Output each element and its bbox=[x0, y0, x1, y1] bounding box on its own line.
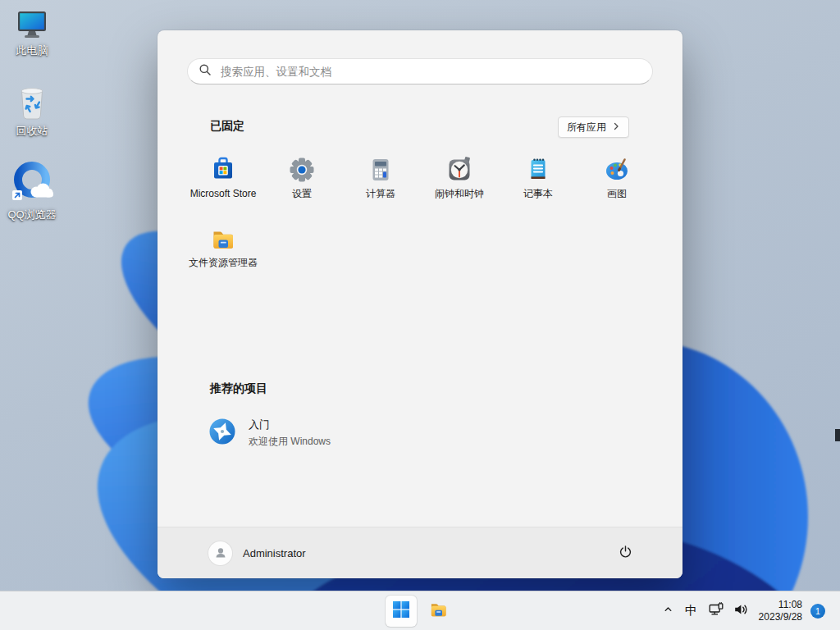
user-account-button[interactable]: Administrator bbox=[208, 541, 306, 565]
start-menu-user-bar: Administrator bbox=[158, 527, 682, 578]
notification-badge[interactable]: 1 bbox=[810, 604, 825, 619]
app-label: 计算器 bbox=[366, 189, 395, 200]
notepad-icon bbox=[523, 155, 553, 185]
network-button[interactable] bbox=[705, 596, 728, 626]
desktop-icon-recycle-bin[interactable]: 回收站 bbox=[0, 84, 64, 138]
clock-date: 2023/9/28 bbox=[759, 611, 802, 623]
all-apps-label: 所有应用 bbox=[567, 121, 606, 135]
search-box[interactable] bbox=[187, 58, 653, 84]
recommended-item-get-started[interactable]: 入门 欢迎使用 Windows bbox=[200, 413, 339, 454]
paint-palette-icon bbox=[602, 155, 632, 185]
app-label: 画图 bbox=[607, 189, 627, 200]
this-pc-icon bbox=[14, 8, 50, 44]
app-tile-paint[interactable]: 画图 bbox=[578, 153, 656, 222]
desktop: 此电脑 回收站 bbox=[0, 0, 840, 630]
taskbar-clock[interactable]: 11:08 2023/9/28 bbox=[759, 599, 802, 623]
clock-time: 11:08 bbox=[759, 599, 802, 611]
file-explorer-folder-icon bbox=[208, 224, 238, 253]
folder-icon bbox=[427, 598, 450, 623]
taskbar: 中 bbox=[0, 591, 840, 630]
recommended-item-subtitle: 欢迎使用 Windows bbox=[249, 435, 331, 449]
search-icon bbox=[199, 63, 212, 80]
user-avatar bbox=[208, 541, 232, 565]
chevron-up-icon bbox=[662, 603, 674, 619]
app-label: 记事本 bbox=[523, 189, 553, 200]
recycle-bin-icon bbox=[15, 84, 49, 125]
clock-icon bbox=[445, 155, 474, 185]
recommended-item-title: 入门 bbox=[249, 418, 331, 432]
tray-overflow-button[interactable] bbox=[659, 596, 678, 626]
app-label: 闹钟和时钟 bbox=[435, 189, 484, 200]
volume-button[interactable] bbox=[729, 596, 752, 626]
app-tile-calculator[interactable]: 计算器 bbox=[341, 153, 420, 222]
app-tile-microsoft-store[interactable]: Microsoft Store bbox=[184, 153, 262, 222]
settings-gear-icon bbox=[287, 155, 317, 185]
app-label: 文件资源管理器 bbox=[189, 258, 258, 269]
app-tile-file-explorer[interactable]: 文件资源管理器 bbox=[184, 222, 262, 291]
user-name: Administrator bbox=[243, 547, 306, 559]
recommended-section-title: 推荐的项目 bbox=[210, 381, 267, 396]
desktop-icon-qq-browser[interactable]: QQ浏览器 bbox=[0, 159, 64, 221]
power-button[interactable] bbox=[609, 538, 641, 568]
app-label: 设置 bbox=[292, 189, 312, 200]
windows-logo-icon bbox=[392, 600, 410, 622]
start-menu: 已固定 所有应用 bbox=[158, 30, 682, 578]
desktop-icon-label: QQ浏览器 bbox=[7, 209, 56, 221]
ime-label: 中 bbox=[685, 603, 697, 619]
desktop-icon-label: 回收站 bbox=[16, 126, 48, 138]
app-label: Microsoft Store bbox=[190, 189, 257, 200]
power-icon bbox=[618, 544, 633, 563]
desktop-icon-label: 此电脑 bbox=[16, 45, 48, 57]
app-tile-settings[interactable]: 设置 bbox=[262, 153, 341, 222]
taskbar-file-explorer-button[interactable] bbox=[422, 595, 454, 628]
pinned-section-title: 已固定 bbox=[210, 119, 244, 134]
get-started-icon bbox=[208, 418, 236, 449]
speaker-icon bbox=[733, 601, 749, 621]
search-input[interactable] bbox=[219, 65, 641, 79]
app-tile-notepad[interactable]: 记事本 bbox=[499, 153, 578, 222]
ime-indicator[interactable]: 中 bbox=[680, 596, 703, 626]
app-tile-alarms-clock[interactable]: 闹钟和时钟 bbox=[420, 153, 499, 222]
chevron-right-icon bbox=[612, 121, 620, 133]
microsoft-store-icon bbox=[208, 155, 238, 185]
network-ethernet-icon bbox=[708, 601, 724, 621]
desktop-icon-this-pc[interactable]: 此电脑 bbox=[0, 8, 64, 57]
start-button[interactable] bbox=[386, 596, 417, 627]
calculator-icon bbox=[366, 155, 395, 185]
qq-browser-icon bbox=[10, 159, 54, 208]
all-apps-button[interactable]: 所有应用 bbox=[558, 116, 629, 138]
pinned-apps-grid: Microsoft Store bbox=[184, 153, 656, 291]
screen-edge-artifact bbox=[835, 429, 840, 441]
